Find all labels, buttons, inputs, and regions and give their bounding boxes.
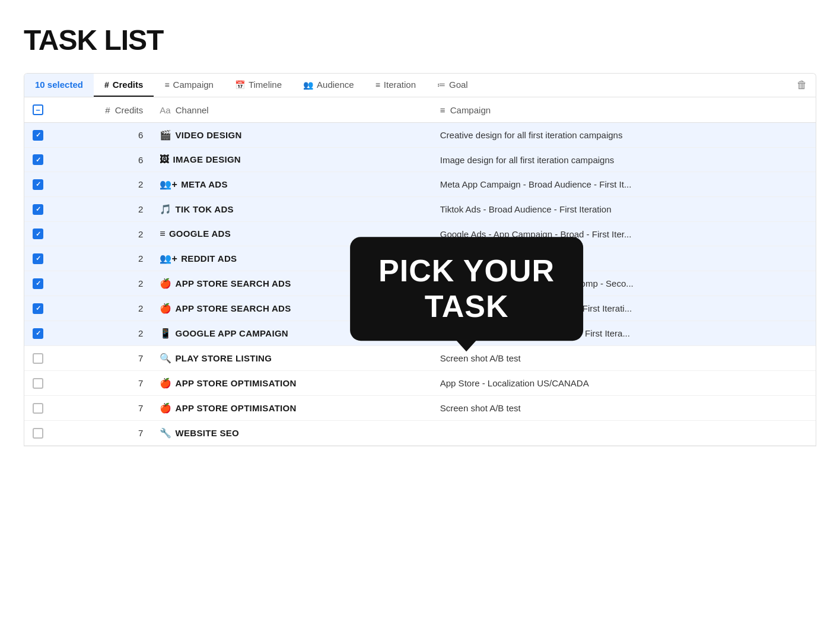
credits-cell: 6 [52, 123, 151, 148]
row-checkbox[interactable] [33, 378, 43, 389]
channel-name: APP STORE OPTIMISATION [176, 403, 297, 413]
row-checkbox-cell[interactable]: ✓ [24, 271, 52, 296]
selected-count-label: 10 selected [35, 80, 83, 90]
channel-cell: 🍎APP STORE OPTIMISATION [151, 371, 432, 396]
toolbar-item-credits[interactable]: # Credits [94, 74, 154, 97]
delete-button[interactable]: 🗑 [788, 74, 816, 96]
row-checkbox-cell[interactable] [24, 346, 52, 371]
channel-cell: 🎬VIDEO DESIGN [151, 123, 432, 148]
campaign-cell: App Store - Localization US/CANADA [432, 371, 816, 396]
row-checkbox[interactable] [33, 353, 43, 364]
row-checkbox-cell[interactable]: ✓ [24, 197, 52, 222]
channel-icon: 🔍 [160, 353, 171, 363]
channel-icon: 🍎 [160, 303, 171, 313]
channel-icon: 🖼 [160, 154, 169, 164]
row-checkbox[interactable]: ✓ [33, 253, 43, 264]
channel-cell: 👥+META ADS [151, 172, 432, 197]
channel-icon: 👥+ [160, 179, 177, 189]
toolbar-audience-label: Audience [317, 80, 354, 90]
credits-cell: 7 [52, 371, 151, 396]
row-checkbox-cell[interactable] [24, 396, 52, 421]
table-row[interactable]: ✓6🎬VIDEO DESIGNCreative design for all f… [24, 123, 816, 148]
credits-cell: 7 [52, 346, 151, 371]
row-checkbox[interactable]: ✓ [33, 179, 43, 190]
channel-icon: 👥+ [160, 253, 177, 264]
row-checkbox-cell[interactable]: ✓ [24, 123, 52, 148]
row-checkbox-cell[interactable]: ✓ [24, 321, 52, 346]
channel-name: APP STORE SEARCH ADS [176, 278, 291, 288]
channel-name: APP STORE SEARCH ADS [176, 303, 291, 313]
campaign-cell: Screen shot A/B test [432, 346, 816, 371]
row-checkbox-cell[interactable] [24, 371, 52, 396]
row-checkbox[interactable]: ✓ [33, 328, 43, 339]
channel-header: Aa Channel [151, 97, 432, 123]
campaign-cell: Creative design for all first iteration … [432, 123, 816, 148]
row-checkbox[interactable]: ✓ [33, 204, 43, 215]
row-checkbox-cell[interactable]: ✓ [24, 148, 52, 172]
channel-name: TIK TOK ADS [176, 204, 234, 214]
row-checkbox[interactable]: ✓ [33, 278, 43, 289]
campaign-cell: Screen shot A/B test [432, 396, 816, 421]
toolbar-campaign-label: Campaign [173, 80, 214, 90]
channel-cell: 🍎APP STORE OPTIMISATION [151, 396, 432, 421]
row-checkbox[interactable] [33, 403, 43, 414]
channel-icon: ≡ [160, 229, 166, 239]
trash-icon: 🗑 [797, 79, 807, 91]
pick-task-line2: TASK [378, 289, 555, 325]
row-checkbox[interactable]: ✓ [33, 303, 43, 314]
toolbar-item-audience[interactable]: 👥 Audience [292, 74, 365, 97]
credits-cell: 7 [52, 396, 151, 421]
pick-task-line1: PICK YOUR [378, 253, 555, 289]
table-row[interactable]: ✓2👥+META ADSMeta App Campaign - Broad Au… [24, 172, 816, 197]
audience-icon: 👥 [303, 80, 313, 90]
calendar-icon: 📅 [235, 80, 245, 90]
table-row[interactable]: 7🔧WEBSITE SEO [24, 421, 816, 446]
table-row[interactable]: 7🍎APP STORE OPTIMISATIONApp Store - Loca… [24, 371, 816, 396]
toolbar-item-campaign[interactable]: ≡ Campaign [154, 74, 224, 97]
toolbar-item-iteration[interactable]: ≡ Iteration [365, 74, 427, 97]
campaign-header: ≡ Campaign [432, 97, 816, 123]
row-checkbox-cell[interactable]: ✓ [24, 296, 52, 321]
channel-name: VIDEO DESIGN [176, 130, 242, 140]
toolbar-selected-count[interactable]: 10 selected [24, 74, 94, 97]
channel-icon: 🎬 [160, 130, 171, 140]
row-checkbox[interactable] [33, 428, 43, 439]
hash-header-icon: # [105, 105, 110, 115]
toolbar-iteration-label: Iteration [384, 80, 416, 90]
channel-icon: 🍎 [160, 278, 171, 288]
row-checkbox-cell[interactable]: ✓ [24, 246, 52, 271]
channel-icon: 📱 [160, 328, 171, 338]
toolbar: 10 selected # Credits ≡ Campaign 📅 Timel… [24, 73, 816, 97]
goal-icon: ≔ [437, 80, 446, 90]
menu-header-icon: ≡ [440, 105, 446, 115]
table-row[interactable]: ✓6🖼IMAGE DESIGNImage design for all firs… [24, 148, 816, 172]
credits-cell: 2 [52, 271, 151, 296]
row-checkbox-cell[interactable]: ✓ [24, 172, 52, 197]
channel-icon: 🔧 [160, 428, 171, 438]
pick-task-bubble: PICK YOUR TASK [350, 237, 583, 341]
row-checkbox-cell[interactable]: ✓ [24, 222, 52, 246]
select-all-header[interactable]: − [24, 97, 52, 123]
toolbar-timeline-label: Timeline [249, 80, 282, 90]
channel-name: APP STORE OPTIMISATION [176, 378, 297, 388]
menu-icon: ≡ [164, 80, 169, 90]
credits-cell: 6 [52, 148, 151, 172]
row-checkbox[interactable]: ✓ [33, 229, 43, 239]
campaign-cell [432, 421, 816, 446]
toolbar-goal-label: Goal [449, 80, 468, 90]
row-checkbox[interactable]: ✓ [33, 130, 43, 141]
channel-cell: 🔍PLAY STORE LISTING [151, 346, 432, 371]
table-row[interactable]: 7🍎APP STORE OPTIMISATIONScreen shot A/B … [24, 396, 816, 421]
row-checkbox-cell[interactable] [24, 421, 52, 446]
campaign-cell: Meta App Campaign - Broad Audience - Fir… [432, 172, 816, 197]
channel-name: GOOGLE APP CAMPAIGN [176, 328, 288, 338]
toolbar-item-timeline[interactable]: 📅 Timeline [224, 74, 292, 97]
pick-task-overlay: PICK YOUR TASK [350, 237, 583, 341]
iteration-icon: ≡ [376, 80, 380, 90]
channel-name: IMAGE DESIGN [173, 154, 241, 164]
table-row[interactable]: 7🔍PLAY STORE LISTINGScreen shot A/B test [24, 346, 816, 371]
channel-name: WEBSITE SEO [176, 428, 239, 438]
toolbar-item-goal[interactable]: ≔ Goal [427, 74, 479, 97]
row-checkbox[interactable]: ✓ [33, 154, 43, 165]
table-row[interactable]: ✓2🎵TIK TOK ADSTiktok Ads - Broad Audienc… [24, 197, 816, 222]
